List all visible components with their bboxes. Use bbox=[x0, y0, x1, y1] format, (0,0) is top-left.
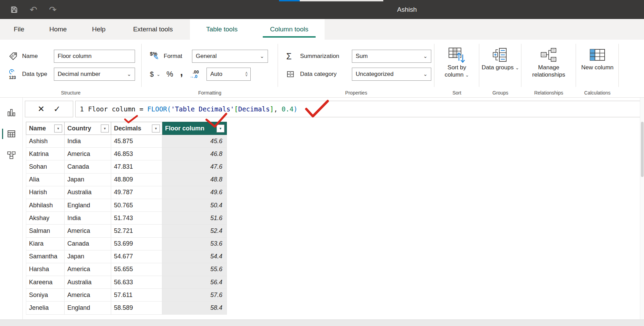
sort-by-column-button[interactable]: Sort by column ⌄ bbox=[434, 43, 479, 87]
cell-country[interactable]: Japan bbox=[65, 250, 111, 263]
data-groups-button[interactable]: Data groups ⌄ bbox=[479, 43, 521, 87]
cell-name[interactable]: Abhilash bbox=[26, 199, 65, 212]
cell-floor[interactable]: 48.8 bbox=[162, 174, 227, 186]
cell-decimals[interactable]: 50.765 bbox=[111, 199, 162, 212]
cell-decimals[interactable]: 51.743 bbox=[111, 212, 162, 225]
cell-name[interactable]: Harsha bbox=[26, 263, 65, 276]
cell-floor[interactable]: 54.4 bbox=[162, 250, 227, 263]
tab-help[interactable]: Help bbox=[81, 19, 116, 40]
cell-decimals[interactable]: 47.831 bbox=[111, 160, 162, 173]
cell-country[interactable]: England bbox=[65, 302, 111, 314]
column-header-name[interactable]: Name▾ bbox=[26, 122, 65, 135]
format-dropdown[interactable]: General ⌄ bbox=[192, 50, 268, 63]
cell-name[interactable]: Kiara bbox=[26, 238, 65, 250]
column-header-decimals[interactable]: Decimals▾ bbox=[111, 122, 162, 135]
cell-country[interactable]: America bbox=[65, 263, 111, 276]
cell-decimals[interactable]: 54.677 bbox=[111, 250, 162, 263]
cell-floor[interactable]: 58.4 bbox=[162, 302, 227, 314]
column-name-input[interactable] bbox=[54, 50, 135, 63]
cell-country[interactable]: Japan bbox=[65, 174, 111, 186]
currency-format-button[interactable]: $ ⌄ bbox=[150, 70, 160, 78]
cell-name[interactable]: Ashish bbox=[26, 135, 65, 148]
cell-name[interactable]: Alia bbox=[26, 174, 65, 186]
column-filter-button[interactable]: ▾ bbox=[152, 125, 160, 132]
cell-country[interactable]: America bbox=[65, 225, 111, 237]
cell-decimals[interactable]: 56.633 bbox=[111, 276, 162, 289]
column-filter-button[interactable]: ▾ bbox=[101, 125, 109, 132]
cell-floor[interactable]: 53.6 bbox=[162, 238, 227, 250]
cell-country[interactable]: Canada bbox=[65, 160, 111, 173]
cell-floor[interactable]: 52.4 bbox=[162, 225, 227, 237]
cell-decimals[interactable]: 48.809 bbox=[111, 174, 162, 186]
thousands-separator-button[interactable]: , bbox=[180, 69, 183, 79]
formula-input[interactable]: 1 Floor column = FLOOR('Table Decimals'[… bbox=[75, 101, 641, 117]
cell-name[interactable]: Harish bbox=[26, 186, 65, 199]
report-view-button[interactable] bbox=[0, 102, 23, 123]
cell-name[interactable]: Akshay bbox=[26, 212, 65, 225]
cell-country[interactable]: America bbox=[65, 289, 111, 302]
cell-name[interactable]: Soniya bbox=[26, 289, 65, 302]
table-row: HarshaAmerica55.65555.6 bbox=[26, 263, 227, 276]
cell-name[interactable]: Sohan bbox=[26, 160, 65, 173]
cell-name[interactable]: Jenelia bbox=[26, 302, 65, 314]
cell-country[interactable]: Australia bbox=[65, 276, 111, 289]
cell-floor[interactable]: 47.6 bbox=[162, 160, 227, 173]
tab-file[interactable]: File bbox=[3, 19, 35, 40]
cell-floor[interactable]: 50.4 bbox=[162, 199, 227, 212]
data-type-dropdown[interactable]: Decimal number ⌄ bbox=[54, 68, 135, 81]
cell-floor[interactable]: 51.6 bbox=[162, 212, 227, 225]
tab-column-tools[interactable]: Column tools bbox=[254, 19, 325, 40]
undo-button[interactable]: ↶ bbox=[28, 4, 39, 16]
decimal-places-stepper[interactable]: Auto ˄ ˅ bbox=[206, 68, 251, 81]
percent-format-button[interactable]: % bbox=[166, 70, 173, 79]
cell-floor[interactable]: 56.4 bbox=[162, 276, 227, 289]
data-view-button[interactable] bbox=[0, 123, 23, 145]
model-view-button[interactable] bbox=[0, 145, 23, 166]
cell-decimals[interactable]: 55.655 bbox=[111, 263, 162, 276]
column-filter-button[interactable]: ▾ bbox=[54, 125, 62, 132]
commit-formula-button[interactable]: ✓ bbox=[54, 105, 60, 113]
manage-relationships-button[interactable]: Manage relationships bbox=[521, 43, 576, 87]
group-label-sort: Sort bbox=[434, 90, 479, 96]
scrollbar-thumb[interactable] bbox=[641, 122, 644, 177]
summarization-dropdown[interactable]: Sum ⌄ bbox=[352, 50, 431, 63]
data-category-icon bbox=[286, 70, 300, 78]
cell-country[interactable]: India bbox=[65, 212, 111, 225]
cell-country[interactable]: Australia bbox=[65, 186, 111, 199]
cell-decimals[interactable]: 45.875 bbox=[111, 135, 162, 148]
cell-country[interactable]: America bbox=[65, 148, 111, 160]
new-column-button[interactable]: New column bbox=[576, 43, 619, 87]
cancel-formula-button[interactable]: ✕ bbox=[38, 105, 45, 113]
save-button[interactable] bbox=[8, 4, 20, 16]
redo-button[interactable]: ↷ bbox=[47, 4, 59, 16]
sort-by-column-icon bbox=[448, 46, 465, 64]
cell-country[interactable]: Canada bbox=[65, 238, 111, 250]
cell-floor[interactable]: 46.8 bbox=[162, 148, 227, 160]
spinner-down-icon[interactable]: ˅ bbox=[246, 74, 248, 77]
cell-name[interactable]: Samantha bbox=[26, 250, 65, 263]
cell-decimals[interactable]: 58.589 bbox=[111, 302, 162, 314]
tab-home[interactable]: Home bbox=[39, 19, 77, 40]
tab-table-tools[interactable]: Table tools bbox=[190, 19, 254, 40]
cell-decimals[interactable]: 49.787 bbox=[111, 186, 162, 199]
tab-external-tools[interactable]: External tools bbox=[120, 19, 186, 40]
column-header-country[interactable]: Country▾ bbox=[65, 122, 111, 135]
cell-floor[interactable]: 49.6 bbox=[162, 186, 227, 199]
cell-country[interactable]: England bbox=[65, 199, 111, 212]
cell-floor[interactable]: 55.6 bbox=[162, 263, 227, 276]
decimal-places-icon[interactable]: .00 →.0 bbox=[189, 70, 199, 79]
cell-decimals[interactable]: 53.699 bbox=[111, 238, 162, 250]
column-filter-button[interactable]: ▾ bbox=[217, 125, 224, 132]
cell-country[interactable]: India bbox=[65, 135, 111, 148]
cell-decimals[interactable]: 46.853 bbox=[111, 148, 162, 160]
cell-floor[interactable]: 57.6 bbox=[162, 289, 227, 302]
column-header-floor-column[interactable]: Floor column▾ bbox=[162, 122, 227, 135]
cell-name[interactable]: Katrina bbox=[26, 148, 65, 160]
vertical-scrollbar[interactable] bbox=[640, 98, 644, 319]
cell-name[interactable]: Kareena bbox=[26, 276, 65, 289]
cell-decimals[interactable]: 57.611 bbox=[111, 289, 162, 302]
cell-decimals[interactable]: 52.721 bbox=[111, 225, 162, 237]
data-category-dropdown[interactable]: Uncategorized ⌄ bbox=[352, 68, 431, 81]
cell-name[interactable]: Salman bbox=[26, 225, 65, 237]
cell-floor[interactable]: 45.6 bbox=[162, 135, 227, 148]
